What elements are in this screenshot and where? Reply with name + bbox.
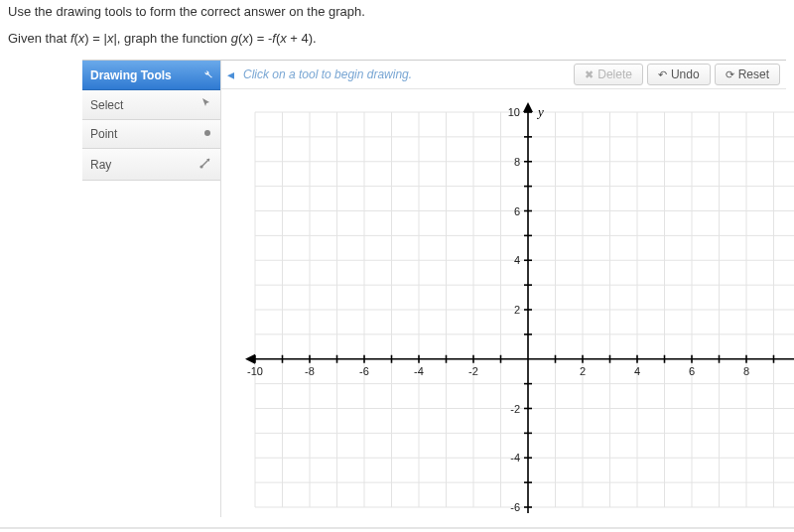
- tool-label: Select: [90, 98, 123, 112]
- svg-text:10: 10: [508, 106, 520, 118]
- svg-text:2: 2: [580, 365, 586, 377]
- undo-button[interactable]: ↶ Undo: [647, 64, 711, 85]
- delete-icon: ✖: [585, 68, 594, 81]
- workspace: Drawing Tools Select Point Ray: [82, 60, 786, 517]
- problem-mid: , graph the function: [117, 31, 231, 46]
- collapse-arrow-icon[interactable]: ◂: [221, 66, 239, 82]
- wrench-icon: [200, 67, 212, 82]
- problem-fx: f(x) = |x|: [70, 31, 117, 46]
- instruction-text: Use the drawing tools to form the correc…: [8, 4, 786, 19]
- tool-point[interactable]: Point: [82, 120, 220, 149]
- problem-prefix: Given that: [8, 31, 70, 46]
- svg-text:y: y: [536, 104, 544, 119]
- coordinate-grid: -10-8-6-4-2246810-6-4-2246810yx: [235, 102, 794, 517]
- svg-text:4: 4: [634, 365, 640, 377]
- tool-label: Ray: [90, 158, 111, 172]
- undo-label: Undo: [671, 67, 700, 81]
- problem-statement: Given that f(x) = |x|, graph the functio…: [8, 31, 786, 46]
- svg-text:8: 8: [514, 156, 520, 168]
- reset-icon: ⟳: [726, 68, 734, 81]
- tool-label: Point: [90, 127, 117, 141]
- cursor-icon: [200, 97, 212, 112]
- drawing-toolbox: Drawing Tools Select Point Ray: [82, 61, 221, 517]
- problem-gx: g(x) = -f(x + 4): [231, 31, 313, 46]
- svg-text:-4: -4: [510, 452, 520, 464]
- svg-text:-4: -4: [414, 365, 424, 377]
- svg-text:2: 2: [514, 304, 520, 316]
- canvas-area: ◂ Click on a tool to begin drawing. ✖ De…: [221, 61, 786, 517]
- canvas-toolbar: ◂ Click on a tool to begin drawing. ✖ De…: [221, 61, 786, 89]
- svg-marker-45: [523, 102, 533, 112]
- svg-text:-8: -8: [305, 365, 315, 377]
- svg-text:-6: -6: [359, 365, 369, 377]
- svg-marker-44: [245, 354, 255, 364]
- svg-text:-10: -10: [247, 365, 263, 377]
- svg-text:6: 6: [689, 365, 695, 377]
- delete-label: Delete: [597, 67, 632, 81]
- svg-text:6: 6: [514, 205, 520, 217]
- hint-text: Click on a tool to begin drawing.: [239, 67, 574, 81]
- delete-button[interactable]: ✖ Delete: [574, 64, 643, 85]
- toolbox-header: Drawing Tools: [82, 61, 220, 90]
- toolbox-title: Drawing Tools: [90, 68, 172, 82]
- reset-label: Reset: [738, 67, 769, 81]
- point-icon: [202, 127, 212, 141]
- undo-icon: ↶: [658, 68, 667, 81]
- ray-icon: [198, 156, 212, 173]
- svg-text:4: 4: [514, 254, 520, 266]
- tool-select[interactable]: Select: [82, 90, 220, 120]
- footer-divider: [0, 527, 794, 529]
- reset-button[interactable]: ⟳ Reset: [715, 64, 780, 85]
- graph-canvas[interactable]: -10-8-6-4-2246810-6-4-2246810yx: [235, 102, 784, 517]
- problem-suffix: .: [313, 31, 317, 46]
- svg-text:-6: -6: [510, 501, 520, 513]
- svg-text:-2: -2: [510, 403, 520, 415]
- svg-point-0: [204, 130, 210, 136]
- svg-text:-2: -2: [468, 365, 478, 377]
- tool-ray[interactable]: Ray: [82, 149, 220, 181]
- svg-text:8: 8: [743, 365, 749, 377]
